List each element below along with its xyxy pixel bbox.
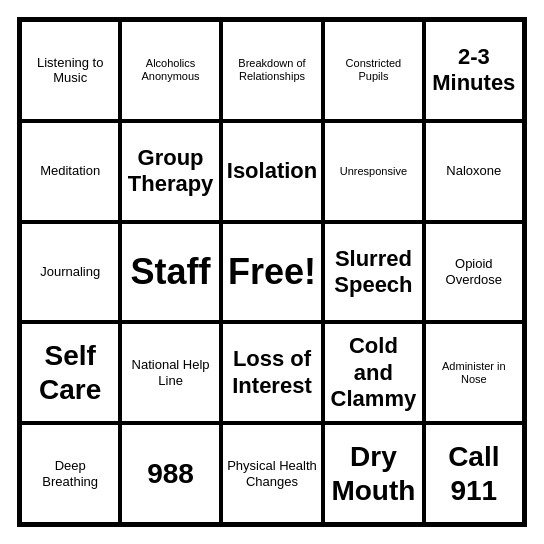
bingo-cell-r0c1: Alcoholics Anonymous <box>120 20 220 121</box>
bingo-cell-r2c0: Journaling <box>20 222 120 323</box>
bingo-cell-r1c1: Group Therapy <box>120 121 220 222</box>
bingo-cell-r3c1: National Help Line <box>120 322 220 423</box>
bingo-cell-r3c3: Cold and Clammy <box>323 322 423 423</box>
bingo-cell-r0c0: Listening to Music <box>20 20 120 121</box>
bingo-cell-r0c2: Breakdown of Relationships <box>221 20 323 121</box>
bingo-cell-r1c2: Isolation <box>221 121 323 222</box>
bingo-cell-r3c4: Administer in Nose <box>424 322 524 423</box>
bingo-cell-r3c0: Self Care <box>20 322 120 423</box>
bingo-cell-r1c0: Meditation <box>20 121 120 222</box>
bingo-cell-r2c4: Opioid Overdose <box>424 222 524 323</box>
bingo-cell-r1c3: Unresponsive <box>323 121 423 222</box>
bingo-cell-r3c2: Loss of Interest <box>221 322 323 423</box>
bingo-cell-r4c1: 988 <box>120 423 220 524</box>
bingo-cell-r1c4: Naloxone <box>424 121 524 222</box>
bingo-cell-r4c2: Physical Health Changes <box>221 423 323 524</box>
bingo-cell-r2c1: Staff <box>120 222 220 323</box>
bingo-cell-r2c3: Slurred Speech <box>323 222 423 323</box>
bingo-board: Listening to MusicAlcoholics AnonymousBr… <box>17 17 527 527</box>
bingo-cell-r0c4: 2-3 Minutes <box>424 20 524 121</box>
bingo-cell-r0c3: Constricted Pupils <box>323 20 423 121</box>
bingo-cell-r2c2: Free! <box>221 222 323 323</box>
bingo-cell-r4c0: Deep Breathing <box>20 423 120 524</box>
bingo-cell-r4c3: Dry Mouth <box>323 423 423 524</box>
bingo-cell-r4c4: Call 911 <box>424 423 524 524</box>
